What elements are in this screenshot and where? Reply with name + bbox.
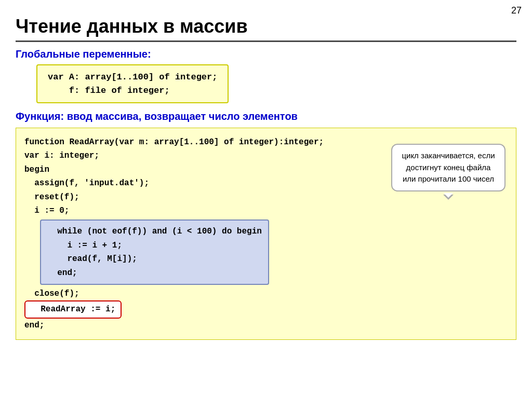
return-code: ReadArray := i; xyxy=(31,303,115,316)
return-box: ReadArray := i; xyxy=(24,300,122,318)
code-line6: i := 0; xyxy=(24,204,508,217)
code-line10: end; xyxy=(24,319,508,332)
title-divider xyxy=(16,40,516,42)
section2-label: Функция: ввод массива, возвращает число … xyxy=(16,111,516,122)
main-code-area: цикл заканчивается, если достигнут конец… xyxy=(16,128,516,340)
while-block: while (not eof(f)) and (i < 100) do begi… xyxy=(40,219,269,285)
section1-label: Глобальные переменные: xyxy=(16,48,516,60)
main-title: Чтение данных в массив xyxy=(16,16,516,37)
while-code: while (not eof(f)) and (i < 100) do begi… xyxy=(47,225,262,280)
tooltip-bubble: цикл заканчивается, если достигнут конец… xyxy=(391,144,506,191)
slide-container: 27 Чтение данных в массив Глобальные пер… xyxy=(0,0,532,398)
code-line8: close(f); xyxy=(24,287,508,300)
slide-number: 27 xyxy=(511,5,522,16)
tooltip-text: цикл заканчивается, если достигнут конец… xyxy=(402,151,495,183)
global-vars-code: var A: array[1..100] of integer; f: file… xyxy=(48,71,217,97)
global-vars-box: var A: array[1..100] of integer; f: file… xyxy=(36,64,229,103)
code-line5: reset(f); xyxy=(24,190,508,204)
